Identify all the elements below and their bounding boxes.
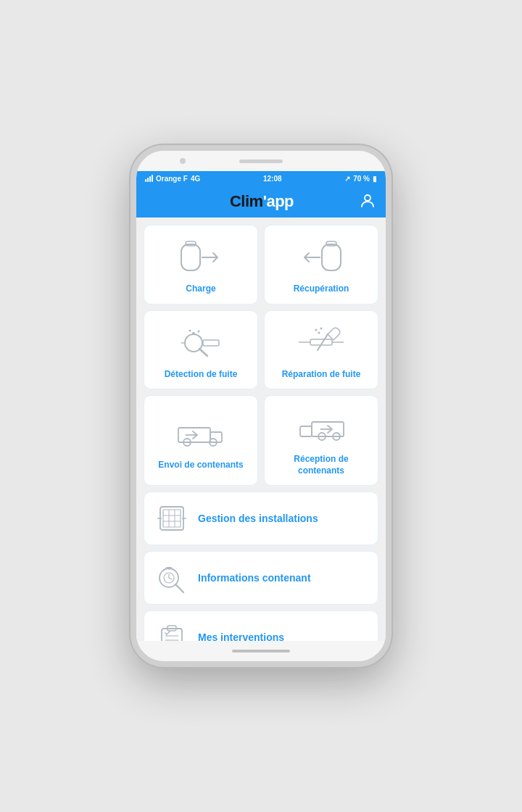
title-app: 'app: [263, 192, 294, 210]
card-detection[interactable]: Détection de fuite: [144, 310, 258, 390]
svg-point-13: [189, 329, 191, 331]
card-reception[interactable]: Réception de contenants: [264, 395, 378, 486]
user-icon[interactable]: [360, 192, 376, 212]
reception-label: Réception de contenants: [270, 454, 372, 476]
phone-bottom: [136, 641, 386, 661]
battery-percent: 70 %: [353, 175, 370, 183]
envoi-label: Envoi de contenants: [158, 460, 243, 471]
svg-line-40: [175, 584, 183, 592]
svg-line-43: [169, 578, 172, 579]
battery-icon: ▮: [373, 175, 377, 183]
recuperation-label: Récupération: [294, 283, 349, 295]
svg-point-19: [320, 327, 323, 329]
detection-icon: [175, 323, 226, 362]
card-reparation[interactable]: Réparation de fuite: [264, 310, 378, 390]
title-clim: Clim: [230, 192, 263, 210]
status-right: ↗ 70 % ▮: [344, 175, 377, 183]
svg-rect-31: [160, 507, 183, 530]
informations-icon: [156, 562, 188, 594]
svg-point-20: [318, 331, 320, 334]
svg-rect-27: [300, 426, 312, 436]
network: 4G: [191, 175, 200, 183]
charge-icon: [175, 237, 226, 276]
phone-screen: Orange F 4G 12:08 ↗ 70 % ▮ Clim'app: [136, 171, 386, 641]
carrier: Orange F: [156, 175, 188, 183]
card-recuperation[interactable]: Récupération: [264, 225, 378, 304]
list-card-informations[interactable]: Informations contenant: [144, 551, 378, 605]
list-card-interventions[interactable]: Mes interventions: [144, 610, 378, 641]
svg-line-8: [199, 349, 207, 356]
svg-rect-4: [322, 244, 341, 270]
informations-label: Informations contenant: [198, 572, 311, 584]
status-bar: Orange F 4G 12:08 ↗ 70 % ▮: [136, 171, 386, 186]
app-header: Clim'app: [136, 186, 386, 218]
gestion-icon: [156, 502, 188, 534]
svg-point-11: [192, 332, 195, 335]
gestion-label: Gestion des installations: [198, 513, 318, 524]
reception-icon: [296, 407, 347, 447]
status-time: 12:08: [263, 175, 282, 183]
svg-point-0: [365, 195, 370, 201]
home-indicator: [232, 650, 290, 652]
camera: [180, 158, 186, 164]
interventions-label: Mes interventions: [198, 631, 284, 641]
charge-label: Charge: [186, 283, 215, 295]
card-envoi[interactable]: Envoi de contenants: [144, 395, 258, 486]
svg-rect-1: [181, 244, 200, 270]
grid-row-1: Charge Récupération: [144, 225, 378, 304]
svg-rect-9: [203, 340, 219, 346]
recuperation-icon: [296, 237, 347, 276]
list-card-gestion[interactable]: Gestion des installations: [144, 492, 378, 545]
reparation-label: Réparation de fuite: [282, 369, 361, 381]
app-title: Clim'app: [230, 192, 294, 211]
interventions-icon: [156, 621, 188, 641]
signal-bars: [145, 175, 153, 182]
svg-rect-32: [163, 510, 181, 527]
grid-row-2: Détection de fuite: [144, 310, 378, 390]
svg-line-17: [318, 334, 328, 350]
detection-label: Détection de fuite: [165, 369, 238, 381]
svg-point-18: [315, 328, 318, 331]
phone-frame: Orange F 4G 12:08 ↗ 70 % ▮ Clim'app: [130, 145, 392, 667]
envoi-icon: [175, 413, 226, 452]
card-charge[interactable]: Charge: [144, 225, 258, 304]
status-left: Orange F 4G: [145, 175, 200, 183]
reparation-icon: [296, 323, 347, 362]
speaker: [239, 160, 283, 163]
phone-top: [136, 151, 386, 171]
main-content: Charge Récupération: [136, 218, 386, 641]
svg-point-12: [198, 330, 200, 332]
grid-row-3: Envoi de contenants: [144, 395, 378, 486]
